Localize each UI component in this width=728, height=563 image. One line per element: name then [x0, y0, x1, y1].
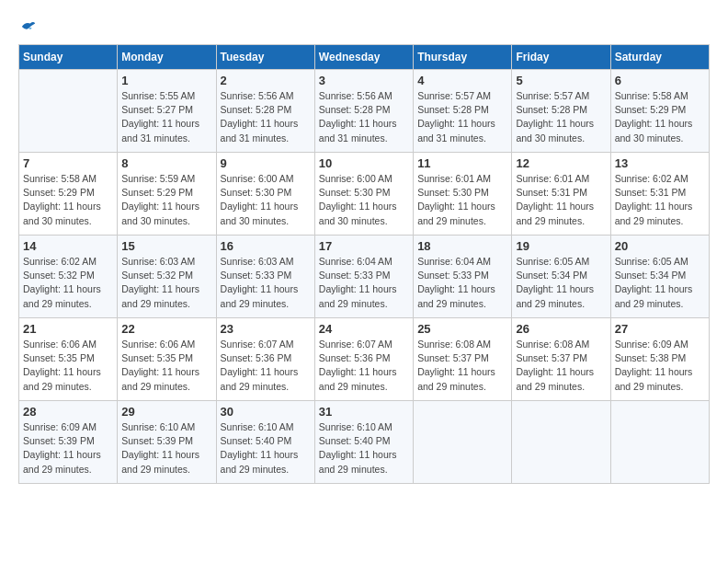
- day-info: Sunrise: 5:55 AMSunset: 5:27 PMDaylight:…: [121, 89, 211, 145]
- day-number: 29: [121, 405, 211, 419]
- day-info: Sunrise: 6:06 AMSunset: 5:35 PMDaylight:…: [23, 338, 113, 394]
- day-number: 2: [221, 74, 311, 87]
- day-number: 31: [319, 405, 409, 419]
- day-number: 3: [319, 74, 409, 87]
- day-number: 28: [23, 405, 113, 419]
- day-cell: 14Sunrise: 6:02 AMSunset: 5:32 PMDayligh…: [19, 236, 118, 318]
- day-number: 6: [615, 74, 705, 87]
- day-info: Sunrise: 5:59 AMSunset: 5:29 PMDaylight:…: [121, 172, 211, 228]
- day-info: Sunrise: 6:05 AMSunset: 5:34 PMDaylight:…: [516, 255, 606, 311]
- day-info: Sunrise: 6:10 AMSunset: 5:40 PMDaylight:…: [221, 420, 311, 477]
- calendar-table: SundayMondayTuesdayWednesdayThursdayFrid…: [18, 44, 710, 484]
- day-info: Sunrise: 6:01 AMSunset: 5:30 PMDaylight:…: [417, 172, 507, 228]
- day-cell: 24Sunrise: 6:07 AMSunset: 5:36 PMDayligh…: [314, 318, 413, 401]
- day-info: Sunrise: 6:00 AMSunset: 5:30 PMDaylight:…: [319, 172, 409, 228]
- day-cell: 9Sunrise: 6:00 AMSunset: 5:30 PMDaylight…: [216, 153, 314, 236]
- day-info: Sunrise: 6:03 AMSunset: 5:33 PMDaylight:…: [221, 255, 311, 311]
- day-cell: [19, 70, 118, 153]
- day-info: Sunrise: 5:58 AMSunset: 5:29 PMDaylight:…: [615, 89, 705, 145]
- day-info: Sunrise: 6:06 AMSunset: 5:35 PMDaylight:…: [121, 338, 211, 394]
- day-cell: 12Sunrise: 6:01 AMSunset: 5:31 PMDayligh…: [512, 153, 610, 236]
- day-info: Sunrise: 6:02 AMSunset: 5:31 PMDaylight:…: [615, 172, 705, 228]
- week-row-3: 21Sunrise: 6:06 AMSunset: 5:35 PMDayligh…: [19, 318, 710, 401]
- week-row-0: 1Sunrise: 5:55 AMSunset: 5:27 PMDaylight…: [19, 70, 710, 153]
- day-info: Sunrise: 6:03 AMSunset: 5:32 PMDaylight:…: [121, 255, 211, 311]
- logo: [18, 18, 37, 35]
- day-number: 19: [516, 239, 606, 253]
- day-info: Sunrise: 6:04 AMSunset: 5:33 PMDaylight:…: [319, 255, 409, 311]
- header-thursday: Thursday: [414, 45, 512, 70]
- day-number: 8: [121, 156, 211, 170]
- day-cell: 4Sunrise: 5:57 AMSunset: 5:28 PMDaylight…: [414, 70, 512, 153]
- calendar-header-row: SundayMondayTuesdayWednesdayThursdayFrid…: [19, 45, 710, 70]
- day-info: Sunrise: 6:10 AMSunset: 5:40 PMDaylight:…: [319, 420, 409, 477]
- day-number: 27: [615, 322, 705, 336]
- header-saturday: Saturday: [610, 45, 709, 70]
- day-info: Sunrise: 6:07 AMSunset: 5:36 PMDaylight:…: [319, 338, 409, 394]
- day-info: Sunrise: 6:07 AMSunset: 5:36 PMDaylight:…: [221, 338, 311, 394]
- day-info: Sunrise: 6:00 AMSunset: 5:30 PMDaylight:…: [221, 172, 311, 228]
- day-cell: 19Sunrise: 6:05 AMSunset: 5:34 PMDayligh…: [512, 236, 610, 318]
- day-number: 25: [417, 322, 507, 336]
- day-number: 5: [516, 74, 606, 87]
- day-number: 14: [23, 239, 113, 253]
- day-cell: 3Sunrise: 5:56 AMSunset: 5:28 PMDaylight…: [314, 70, 413, 153]
- day-info: Sunrise: 6:09 AMSunset: 5:38 PMDaylight:…: [615, 338, 705, 394]
- day-number: 11: [417, 156, 507, 170]
- day-number: 15: [121, 239, 211, 253]
- day-cell: 31Sunrise: 6:10 AMSunset: 5:40 PMDayligh…: [314, 401, 413, 484]
- day-number: 12: [516, 156, 606, 170]
- day-cell: 21Sunrise: 6:06 AMSunset: 5:35 PMDayligh…: [19, 318, 118, 401]
- day-number: 17: [319, 239, 409, 253]
- day-number: 4: [417, 74, 507, 87]
- day-number: 22: [121, 322, 211, 336]
- week-row-1: 7Sunrise: 5:58 AMSunset: 5:29 PMDaylight…: [19, 153, 710, 236]
- day-cell: 17Sunrise: 6:04 AMSunset: 5:33 PMDayligh…: [314, 236, 413, 318]
- day-info: Sunrise: 6:04 AMSunset: 5:33 PMDaylight:…: [417, 255, 507, 311]
- day-cell: 23Sunrise: 6:07 AMSunset: 5:36 PMDayligh…: [216, 318, 314, 401]
- day-number: 13: [615, 156, 705, 170]
- day-cell: 8Sunrise: 5:59 AMSunset: 5:29 PMDaylight…: [118, 153, 216, 236]
- day-number: 7: [23, 156, 113, 170]
- day-number: 9: [221, 156, 311, 170]
- day-cell: 2Sunrise: 5:56 AMSunset: 5:28 PMDaylight…: [216, 70, 314, 153]
- week-row-4: 28Sunrise: 6:09 AMSunset: 5:39 PMDayligh…: [19, 401, 710, 484]
- day-cell: 27Sunrise: 6:09 AMSunset: 5:38 PMDayligh…: [610, 318, 709, 401]
- day-info: Sunrise: 6:08 AMSunset: 5:37 PMDaylight:…: [516, 338, 606, 394]
- day-cell: 29Sunrise: 6:10 AMSunset: 5:39 PMDayligh…: [118, 401, 216, 484]
- day-number: 16: [221, 239, 311, 253]
- day-number: 23: [221, 322, 311, 336]
- day-cell: 25Sunrise: 6:08 AMSunset: 5:37 PMDayligh…: [414, 318, 512, 401]
- page-header: [18, 18, 710, 35]
- day-info: Sunrise: 5:57 AMSunset: 5:28 PMDaylight:…: [417, 89, 507, 145]
- day-cell: [512, 401, 610, 484]
- day-info: Sunrise: 6:01 AMSunset: 5:31 PMDaylight:…: [516, 172, 606, 228]
- day-cell: [414, 401, 512, 484]
- day-cell: 7Sunrise: 5:58 AMSunset: 5:29 PMDaylight…: [19, 153, 118, 236]
- day-info: Sunrise: 5:57 AMSunset: 5:28 PMDaylight:…: [516, 89, 606, 145]
- day-number: 21: [23, 322, 113, 336]
- day-info: Sunrise: 5:56 AMSunset: 5:28 PMDaylight:…: [221, 89, 311, 145]
- day-cell: 5Sunrise: 5:57 AMSunset: 5:28 PMDaylight…: [512, 70, 610, 153]
- day-number: 30: [221, 405, 311, 419]
- header-tuesday: Tuesday: [216, 45, 314, 70]
- day-info: Sunrise: 5:56 AMSunset: 5:28 PMDaylight:…: [319, 89, 409, 145]
- day-cell: 30Sunrise: 6:10 AMSunset: 5:40 PMDayligh…: [216, 401, 314, 484]
- day-cell: 15Sunrise: 6:03 AMSunset: 5:32 PMDayligh…: [118, 236, 216, 318]
- day-cell: 1Sunrise: 5:55 AMSunset: 5:27 PMDaylight…: [118, 70, 216, 153]
- day-cell: 22Sunrise: 6:06 AMSunset: 5:35 PMDayligh…: [118, 318, 216, 401]
- day-cell: 26Sunrise: 6:08 AMSunset: 5:37 PMDayligh…: [512, 318, 610, 401]
- day-number: 18: [417, 239, 507, 253]
- day-number: 1: [121, 74, 211, 87]
- header-monday: Monday: [118, 45, 216, 70]
- day-cell: 10Sunrise: 6:00 AMSunset: 5:30 PMDayligh…: [314, 153, 413, 236]
- day-cell: 16Sunrise: 6:03 AMSunset: 5:33 PMDayligh…: [216, 236, 314, 318]
- logo-bird-icon: [20, 18, 37, 35]
- day-cell: 28Sunrise: 6:09 AMSunset: 5:39 PMDayligh…: [19, 401, 118, 484]
- day-info: Sunrise: 6:09 AMSunset: 5:39 PMDaylight:…: [23, 420, 113, 477]
- day-number: 10: [319, 156, 409, 170]
- header-sunday: Sunday: [19, 45, 118, 70]
- day-info: Sunrise: 5:58 AMSunset: 5:29 PMDaylight:…: [23, 172, 113, 228]
- day-cell: 6Sunrise: 5:58 AMSunset: 5:29 PMDaylight…: [610, 70, 709, 153]
- header-friday: Friday: [512, 45, 610, 70]
